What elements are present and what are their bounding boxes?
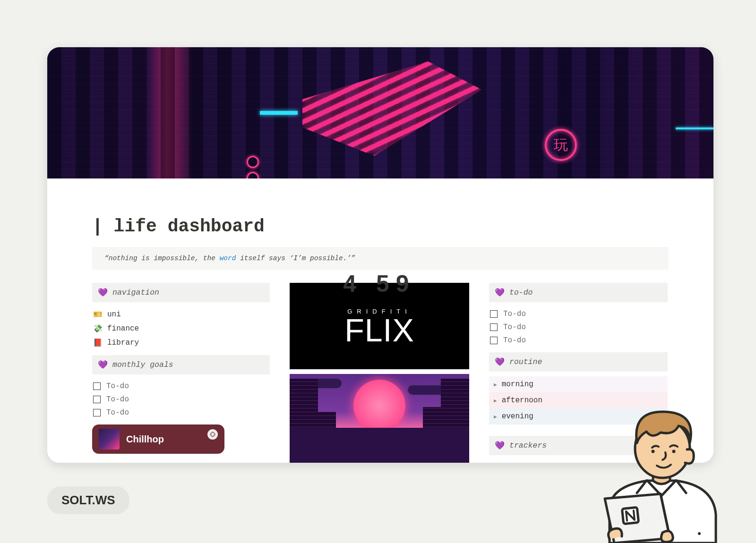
heart-icon: 💜: [495, 288, 505, 297]
triangle-right-icon: ▶: [494, 414, 497, 420]
svg-point-1: [652, 450, 655, 453]
triangle-right-icon: ▶: [494, 398, 497, 404]
clock-readout: 4 59: [343, 270, 415, 297]
solt-badge[interactable]: SOLT.WS: [47, 486, 129, 514]
heart-icon: 💜: [495, 441, 505, 450]
todo-item[interactable]: To-do: [490, 323, 667, 331]
section-label: navigation: [112, 288, 159, 297]
goal-item[interactable]: To-do: [93, 408, 269, 417]
track-title: Chillhop: [126, 434, 164, 445]
quote-callout[interactable]: “nothing is impossible, the word itself …: [92, 247, 669, 270]
checkbox-icon[interactable]: [490, 323, 498, 331]
checkbox-icon[interactable]: [93, 409, 101, 416]
svg-point-4: [698, 532, 701, 535]
checkbox-icon[interactable]: [93, 396, 101, 403]
checkbox-icon[interactable]: [93, 382, 101, 390]
page-title[interactable]: | life dashboard: [92, 216, 669, 237]
section-monthly-goals[interactable]: 💜 monthly goals: [92, 355, 270, 374]
checkbox-icon[interactable]: [490, 337, 498, 344]
nav-label: library: [107, 339, 139, 347]
triangle-right-icon: ▶: [494, 382, 497, 388]
heart-icon: 💜: [495, 357, 505, 367]
goal-label: To-do: [106, 395, 129, 404]
todo-item[interactable]: To-do: [490, 336, 667, 345]
ticket-icon: 🎫: [93, 310, 103, 319]
checkbox-icon[interactable]: [490, 310, 498, 318]
quote-link[interactable]: word: [220, 255, 236, 262]
routine-label: evening: [502, 412, 533, 421]
nav-item-finance[interactable]: 💸 finance: [93, 324, 269, 333]
flix-logo: FLIX: [344, 317, 414, 344]
goal-item[interactable]: To-do: [93, 395, 269, 404]
center-column: 4 59 GRIDFITI FLIX: [290, 283, 469, 463]
routine-label: afternoon: [502, 396, 542, 405]
album-art: [99, 429, 120, 450]
flix-widget[interactable]: 4 59 GRIDFITI FLIX: [290, 283, 469, 369]
left-column: 💜 navigation 🎫 uni 💸 finance 📕 library: [92, 283, 270, 454]
section-label: monthly goals: [112, 360, 173, 369]
section-label: to-do: [509, 288, 533, 297]
quote-prefix: “nothing is impossible, the: [104, 255, 220, 262]
section-routine[interactable]: 💜 routine: [489, 352, 668, 372]
mascot-illustration: [581, 382, 728, 543]
section-label: routine: [509, 357, 542, 366]
neon-sign-icon: 玩: [545, 129, 577, 161]
section-label: trackers: [509, 441, 547, 450]
heart-icon: 💜: [98, 360, 108, 370]
book-icon: 📕: [93, 338, 103, 348]
nav-label: finance: [107, 324, 139, 333]
todo-label: To-do: [503, 310, 526, 318]
spotify-widget[interactable]: Chillhop: [92, 424, 224, 454]
nav-label: uni: [107, 310, 121, 319]
todo-item[interactable]: To-do: [490, 310, 667, 318]
nav-item-library[interactable]: 📕 library: [93, 338, 269, 348]
goal-item[interactable]: To-do: [93, 382, 269, 390]
todo-label: To-do: [503, 336, 526, 345]
quote-suffix: itself says ‘I’m possible.’”: [236, 255, 355, 262]
spotify-icon: [207, 429, 218, 440]
nav-item-uni[interactable]: 🎫 uni: [93, 310, 269, 319]
sunset-image[interactable]: [290, 374, 469, 463]
goal-label: To-do: [106, 408, 129, 417]
heart-icon: 💜: [98, 288, 108, 297]
todo-label: To-do: [503, 323, 526, 331]
section-todo[interactable]: 💜 to-do: [489, 283, 668, 302]
money-icon: 💸: [93, 324, 103, 333]
cover-image: 玩: [47, 47, 713, 178]
goal-label: To-do: [106, 382, 129, 390]
svg-point-2: [672, 450, 676, 453]
section-navigation[interactable]: 💜 navigation: [92, 283, 270, 302]
routine-label: morning: [502, 380, 533, 389]
